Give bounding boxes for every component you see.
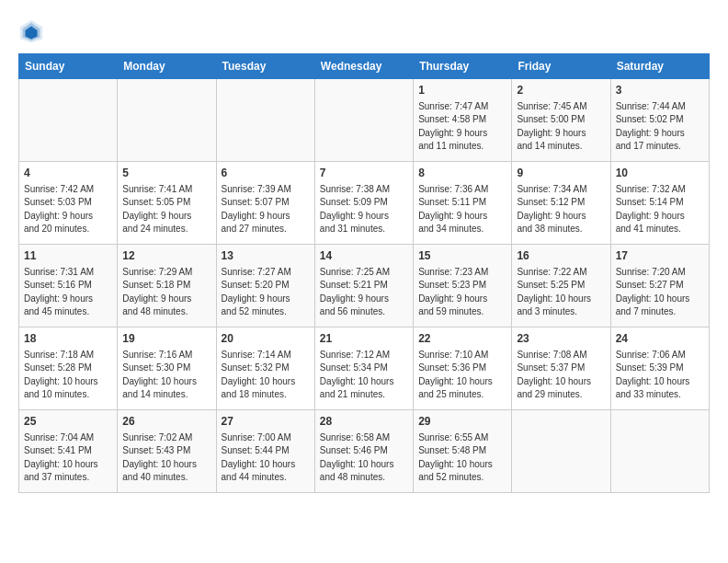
calendar-cell: 11Sunrise: 7:31 AM Sunset: 5:16 PM Dayli… xyxy=(19,245,118,327)
day-number: 17 xyxy=(616,248,704,264)
day-number: 2 xyxy=(517,83,605,98)
day-info: Sunrise: 7:27 AM Sunset: 5:20 PM Dayligh… xyxy=(222,266,310,319)
calendar-cell: 5Sunrise: 7:41 AM Sunset: 5:05 PM Daylig… xyxy=(118,162,216,245)
calendar-cell: 1Sunrise: 7:47 AM Sunset: 4:58 PM Daylig… xyxy=(414,79,512,162)
day-info: Sunrise: 7:34 AM Sunset: 5:12 PM Dayligh… xyxy=(517,183,605,236)
day-header-wednesday: Wednesday xyxy=(314,54,413,79)
day-number: 6 xyxy=(222,166,310,181)
day-number: 13 xyxy=(222,248,310,264)
day-info: Sunrise: 6:55 AM Sunset: 5:48 PM Dayligh… xyxy=(418,431,506,485)
day-number: 24 xyxy=(616,331,704,347)
day-info: Sunrise: 7:47 AM Sunset: 4:58 PM Dayligh… xyxy=(418,100,506,154)
calendar-cell: 28Sunrise: 6:58 AM Sunset: 5:46 PM Dayli… xyxy=(314,410,413,493)
calendar-cell: 10Sunrise: 7:32 AM Sunset: 5:14 PM Dayli… xyxy=(610,162,709,245)
day-info: Sunrise: 7:38 AM Sunset: 5:09 PM Dayligh… xyxy=(320,183,408,236)
calendar-cell xyxy=(118,79,216,162)
day-info: Sunrise: 7:23 AM Sunset: 5:23 PM Dayligh… xyxy=(418,266,506,319)
day-info: Sunrise: 7:22 AM Sunset: 5:25 PM Dayligh… xyxy=(517,266,605,319)
page-header xyxy=(18,18,710,44)
calendar-cell: 27Sunrise: 7:00 AM Sunset: 5:44 PM Dayli… xyxy=(216,410,314,493)
week-row-3: 11Sunrise: 7:31 AM Sunset: 5:16 PM Dayli… xyxy=(19,245,710,327)
day-info: Sunrise: 7:42 AM Sunset: 5:03 PM Dayligh… xyxy=(24,183,112,236)
days-of-week-row: SundayMondayTuesdayWednesdayThursdayFrid… xyxy=(19,54,710,79)
calendar-cell xyxy=(512,410,610,493)
day-number: 3 xyxy=(616,83,704,98)
calendar-cell xyxy=(216,79,314,162)
day-info: Sunrise: 7:02 AM Sunset: 5:43 PM Dayligh… xyxy=(122,431,210,485)
day-number: 27 xyxy=(222,414,310,430)
day-info: Sunrise: 7:41 AM Sunset: 5:05 PM Dayligh… xyxy=(122,183,210,236)
calendar-cell: 12Sunrise: 7:29 AM Sunset: 5:18 PM Dayli… xyxy=(118,245,216,327)
day-number: 19 xyxy=(122,331,210,347)
calendar-cell: 22Sunrise: 7:10 AM Sunset: 5:36 PM Dayli… xyxy=(414,327,512,410)
calendar-cell: 16Sunrise: 7:22 AM Sunset: 5:25 PM Dayli… xyxy=(512,245,610,327)
day-number: 29 xyxy=(418,414,506,430)
week-row-1: 1Sunrise: 7:47 AM Sunset: 4:58 PM Daylig… xyxy=(19,79,710,162)
day-number: 26 xyxy=(122,414,210,430)
day-info: Sunrise: 7:29 AM Sunset: 5:18 PM Dayligh… xyxy=(122,266,210,319)
calendar-cell: 9Sunrise: 7:34 AM Sunset: 5:12 PM Daylig… xyxy=(512,162,610,245)
day-header-thursday: Thursday xyxy=(414,54,512,79)
calendar-cell: 20Sunrise: 7:14 AM Sunset: 5:32 PM Dayli… xyxy=(216,327,314,410)
calendar-cell: 6Sunrise: 7:39 AM Sunset: 5:07 PM Daylig… xyxy=(216,162,314,245)
day-info: Sunrise: 7:04 AM Sunset: 5:41 PM Dayligh… xyxy=(24,431,112,485)
day-number: 1 xyxy=(418,83,506,98)
day-number: 9 xyxy=(517,166,605,181)
logo xyxy=(18,18,48,44)
calendar-body: 1Sunrise: 7:47 AM Sunset: 4:58 PM Daylig… xyxy=(19,79,710,493)
day-info: Sunrise: 7:31 AM Sunset: 5:16 PM Dayligh… xyxy=(24,266,112,319)
day-info: Sunrise: 7:45 AM Sunset: 5:00 PM Dayligh… xyxy=(517,100,605,154)
calendar-cell: 23Sunrise: 7:08 AM Sunset: 5:37 PM Dayli… xyxy=(512,327,610,410)
calendar-cell xyxy=(610,410,709,493)
day-number: 22 xyxy=(418,331,506,347)
day-number: 25 xyxy=(24,414,112,430)
day-info: Sunrise: 7:18 AM Sunset: 5:28 PM Dayligh… xyxy=(24,349,112,402)
calendar-table: SundayMondayTuesdayWednesdayThursdayFrid… xyxy=(18,53,710,493)
calendar-cell: 2Sunrise: 7:45 AM Sunset: 5:00 PM Daylig… xyxy=(512,79,610,162)
day-info: Sunrise: 7:39 AM Sunset: 5:07 PM Dayligh… xyxy=(222,183,310,236)
day-number: 23 xyxy=(517,331,605,347)
calendar-cell: 8Sunrise: 7:36 AM Sunset: 5:11 PM Daylig… xyxy=(414,162,512,245)
day-number: 5 xyxy=(122,166,210,181)
day-number: 14 xyxy=(320,248,408,264)
calendar-cell: 15Sunrise: 7:23 AM Sunset: 5:23 PM Dayli… xyxy=(414,245,512,327)
calendar-cell: 3Sunrise: 7:44 AM Sunset: 5:02 PM Daylig… xyxy=(610,79,709,162)
day-number: 4 xyxy=(24,166,112,181)
week-row-2: 4Sunrise: 7:42 AM Sunset: 5:03 PM Daylig… xyxy=(19,162,710,245)
calendar-cell: 26Sunrise: 7:02 AM Sunset: 5:43 PM Dayli… xyxy=(118,410,216,493)
day-info: Sunrise: 7:25 AM Sunset: 5:21 PM Dayligh… xyxy=(320,266,408,319)
day-number: 10 xyxy=(616,166,704,181)
day-info: Sunrise: 7:06 AM Sunset: 5:39 PM Dayligh… xyxy=(616,349,704,402)
day-info: Sunrise: 7:12 AM Sunset: 5:34 PM Dayligh… xyxy=(320,349,408,402)
calendar-cell: 13Sunrise: 7:27 AM Sunset: 5:20 PM Dayli… xyxy=(216,245,314,327)
day-info: Sunrise: 7:10 AM Sunset: 5:36 PM Dayligh… xyxy=(418,349,506,402)
calendar-cell: 25Sunrise: 7:04 AM Sunset: 5:41 PM Dayli… xyxy=(19,410,118,493)
day-info: Sunrise: 7:44 AM Sunset: 5:02 PM Dayligh… xyxy=(616,100,704,154)
day-info: Sunrise: 7:00 AM Sunset: 5:44 PM Dayligh… xyxy=(222,431,310,485)
calendar-header: SundayMondayTuesdayWednesdayThursdayFrid… xyxy=(19,54,710,79)
day-info: Sunrise: 7:32 AM Sunset: 5:14 PM Dayligh… xyxy=(616,183,704,236)
calendar-cell: 24Sunrise: 7:06 AM Sunset: 5:39 PM Dayli… xyxy=(610,327,709,410)
day-info: Sunrise: 7:20 AM Sunset: 5:27 PM Dayligh… xyxy=(616,266,704,319)
calendar-cell: 21Sunrise: 7:12 AM Sunset: 5:34 PM Dayli… xyxy=(314,327,413,410)
day-number: 28 xyxy=(320,414,408,430)
calendar-cell: 7Sunrise: 7:38 AM Sunset: 5:09 PM Daylig… xyxy=(314,162,413,245)
day-number: 12 xyxy=(122,248,210,264)
day-number: 8 xyxy=(418,166,506,181)
day-info: Sunrise: 7:36 AM Sunset: 5:11 PM Dayligh… xyxy=(418,183,506,236)
day-number: 20 xyxy=(222,331,310,347)
day-header-tuesday: Tuesday xyxy=(216,54,314,79)
calendar-cell xyxy=(314,79,413,162)
day-number: 11 xyxy=(24,248,112,264)
day-info: Sunrise: 7:14 AM Sunset: 5:32 PM Dayligh… xyxy=(222,349,310,402)
calendar-cell xyxy=(19,79,118,162)
logo-icon xyxy=(18,18,44,44)
calendar-cell: 18Sunrise: 7:18 AM Sunset: 5:28 PM Dayli… xyxy=(19,327,118,410)
day-header-friday: Friday xyxy=(512,54,610,79)
day-info: Sunrise: 6:58 AM Sunset: 5:46 PM Dayligh… xyxy=(320,431,408,485)
calendar-cell: 17Sunrise: 7:20 AM Sunset: 5:27 PM Dayli… xyxy=(610,245,709,327)
calendar-cell: 4Sunrise: 7:42 AM Sunset: 5:03 PM Daylig… xyxy=(19,162,118,245)
day-info: Sunrise: 7:16 AM Sunset: 5:30 PM Dayligh… xyxy=(122,349,210,402)
week-row-4: 18Sunrise: 7:18 AM Sunset: 5:28 PM Dayli… xyxy=(19,327,710,410)
day-header-saturday: Saturday xyxy=(610,54,709,79)
